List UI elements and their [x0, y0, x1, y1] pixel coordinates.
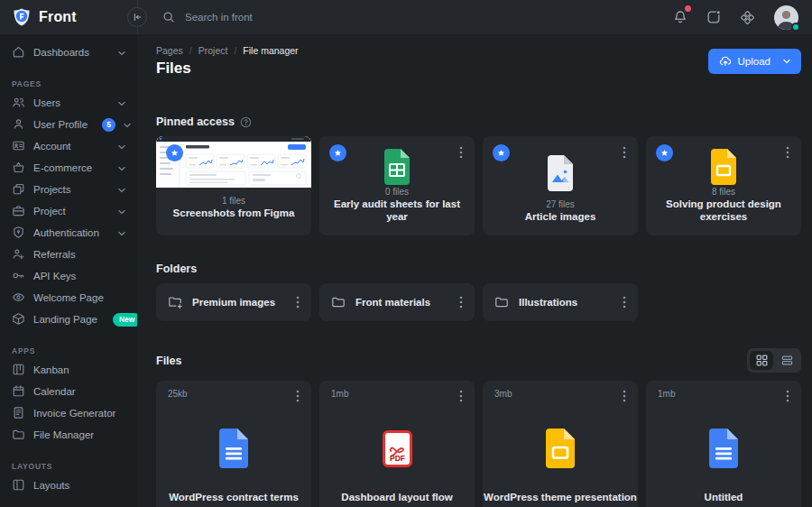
- sidebar-item-calendar[interactable]: Calendar: [0, 381, 137, 402]
- sidebar-item-authentication[interactable]: Authentication: [0, 222, 137, 244]
- sidebar-item-referrals[interactable]: Referrals: [0, 244, 137, 265]
- apps-launcher-button[interactable]: [740, 10, 755, 25]
- pinned-card-body: 27 files Article images: [483, 199, 638, 235]
- folder-menu-kebab-icon[interactable]: [291, 293, 304, 311]
- folder-name: Illustrations: [519, 297, 577, 308]
- pinned-card-count: 0 files: [385, 187, 409, 197]
- notifications-button[interactable]: [673, 10, 687, 24]
- pin-star-icon[interactable]: [656, 144, 673, 161]
- file-title: WordPress contract terms: [156, 492, 311, 502]
- folders-section: Folders Premium images Front mat: [156, 263, 801, 321]
- files-grid: 25kb WordPress contract terms Updated 50…: [156, 381, 801, 507]
- file-card-head: 25kb: [156, 381, 311, 403]
- dashboard-thumbnail: [156, 136, 311, 188]
- file-menu-kebab-icon[interactable]: [618, 389, 631, 403]
- pinned-card-article-images[interactable]: 27 files Article images: [483, 136, 638, 235]
- pinned-card-title: Screenshots from Figma: [173, 207, 295, 220]
- folder-card-premium-images[interactable]: Premium images: [156, 283, 311, 321]
- pin-star-icon[interactable]: [493, 144, 510, 161]
- users-icon: [12, 96, 25, 111]
- sidebar-item-ecommerce[interactable]: E-commerce: [0, 157, 137, 179]
- view-mode-toggle: [747, 348, 801, 373]
- new-badge: New: [113, 313, 137, 327]
- folders-heading: Folders: [156, 263, 801, 275]
- sidebar-item-label: Account: [33, 141, 71, 152]
- file-size: 1mb: [331, 389, 348, 399]
- google-slides-icon: [646, 136, 801, 187]
- file-card-untitled[interactable]: 1mb Untitled Updated 5 hours ago: [646, 381, 801, 507]
- sidebar-section-layouts: LAYOUTS: [12, 462, 125, 471]
- chevron-down-icon: [118, 97, 125, 108]
- user-icon: [12, 117, 25, 133]
- file-card-dashboard-layout-flow[interactable]: 1mb PDF Dashboard layout flow Updated 1 …: [319, 381, 475, 507]
- file-menu-kebab-icon[interactable]: [455, 389, 467, 403]
- pinned-card-body: 8 files Solving product design exercises: [646, 187, 801, 235]
- pinned-card-body: 1 files Screenshots from Figma: [156, 188, 311, 228]
- file-card-wordpress-theme-presentation[interactable]: 3mb WordPress theme presentation Updated…: [483, 381, 638, 507]
- cloud-upload-icon: [719, 55, 732, 68]
- card-menu-kebab-icon[interactable]: [781, 143, 794, 161]
- card-menu-kebab-icon[interactable]: [455, 143, 467, 161]
- sidebar-item-api-keys[interactable]: API Keys: [0, 265, 137, 287]
- sidebar-item-label: File Manager: [33, 429, 94, 440]
- folder-menu-kebab-icon[interactable]: [455, 293, 467, 311]
- avatar[interactable]: [774, 5, 798, 30]
- search-input[interactable]: [183, 11, 403, 23]
- pinned-card-count: 8 files: [712, 187, 735, 197]
- shield-icon: [12, 226, 25, 241]
- person-plus-icon: [12, 247, 25, 263]
- upload-button[interactable]: Upload: [708, 49, 801, 74]
- brand-name: Front: [39, 9, 77, 25]
- pin-star-icon[interactable]: [329, 144, 346, 161]
- receipt-icon: [12, 406, 25, 421]
- breadcrumb-project[interactable]: Project: [198, 45, 228, 56]
- sidebar-item-file-manager[interactable]: File Manager: [0, 424, 137, 446]
- brand[interactable]: Front: [0, 0, 137, 34]
- sidebar-item-label: Referrals: [33, 249, 76, 260]
- folder-plus-icon: [168, 295, 182, 309]
- key-icon: [12, 269, 25, 284]
- sidebar-item-users[interactable]: Users: [0, 92, 137, 114]
- help-circle-icon[interactable]: [240, 116, 252, 128]
- sidebar-item-label: Projects: [33, 184, 71, 195]
- file-card-wordpress-contract-terms[interactable]: 25kb WordPress contract terms Updated 50…: [156, 381, 311, 507]
- sidebar-item-kanban[interactable]: Kanban: [0, 359, 137, 381]
- file-size: 3mb: [494, 389, 512, 399]
- folder-card-illustrations[interactable]: Illustrations: [483, 283, 638, 321]
- sidebar-item-landing-page[interactable]: Landing Page New: [0, 309, 137, 330]
- sidebar-item-user-profile[interactable]: User Profile 5: [0, 114, 137, 135]
- search-icon: [162, 11, 175, 23]
- file-menu-kebab-icon[interactable]: [291, 389, 304, 403]
- pin-star-icon[interactable]: [166, 144, 183, 161]
- breadcrumb-pages[interactable]: Pages: [156, 45, 183, 56]
- folder-menu-kebab-icon[interactable]: [618, 293, 631, 311]
- list-view-button[interactable]: [775, 351, 798, 370]
- sidebar-item-welcome-page[interactable]: Welcome Page: [0, 287, 137, 309]
- file-title: Untitled: [646, 492, 801, 502]
- kanban-icon: [12, 363, 25, 378]
- card-menu-kebab-icon[interactable]: [618, 143, 631, 161]
- sidebar-item-project[interactable]: Project: [0, 200, 137, 222]
- folder-name: Front materials: [355, 297, 430, 308]
- arrow-bar-left-icon: [132, 12, 143, 23]
- pinned-card-title: Early audit sheets for last year: [327, 198, 467, 224]
- file-menu-kebab-icon[interactable]: [781, 389, 794, 403]
- folder-card-front-materials[interactable]: Front materials: [319, 283, 475, 321]
- pinned-card-body: 0 files Early audit sheets for last year: [319, 187, 475, 235]
- pinned-card-early-audit-sheets[interactable]: 0 files Early audit sheets for last year: [319, 136, 475, 235]
- sidebar-item-invoice-generator[interactable]: Invoice Generator: [0, 402, 137, 424]
- sidebar-item-dashboards[interactable]: Dashboards: [0, 41, 137, 63]
- pinned-card-screenshots-from-figma[interactable]: 1 files Screenshots from Figma: [156, 136, 311, 235]
- sidebar-collapse-button[interactable]: [127, 7, 147, 27]
- file-title: WordPress theme presentation: [483, 492, 638, 502]
- sidebar-item-layouts[interactable]: Layouts: [0, 475, 137, 496]
- eye-icon: [12, 290, 25, 306]
- sidebar-item-projects[interactable]: Projects: [0, 179, 137, 200]
- sidebar-item-label: User Profile: [33, 119, 88, 130]
- sidebar-item-account[interactable]: Account: [0, 135, 137, 157]
- topbar: Front: [0, 0, 812, 34]
- grid-view-button[interactable]: [750, 351, 773, 370]
- activity-stream-button[interactable]: [706, 10, 721, 24]
- file-card-head: 1mb: [319, 381, 475, 403]
- pinned-card-design-exercises[interactable]: 8 files Solving product design exercises: [646, 136, 801, 235]
